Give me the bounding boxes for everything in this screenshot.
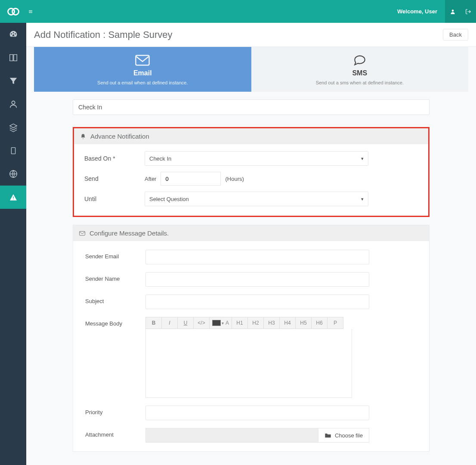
folder-icon [325,432,331,438]
bell-icon [80,133,86,140]
envelope-small-icon [79,231,85,236]
logo-icon [7,7,20,16]
notification-type-tabs: Email Send out a email when at defined i… [34,47,468,92]
speech-icon [352,55,367,66]
logo-area [0,7,26,16]
send-label: Send [84,175,145,182]
svg-rect-4 [11,148,15,154]
nav-surveys[interactable] [0,46,26,69]
message-body-label: Message Body [85,317,145,327]
based-on-label: Based On * [84,155,145,162]
advance-panel-header: Advance Notification [74,128,428,144]
tab-email-title: Email [34,69,251,77]
toolbar-underline[interactable]: U [177,317,194,329]
subject-input[interactable] [145,294,369,309]
toolbar-h4[interactable]: H4 [279,317,296,329]
send-hours-input[interactable] [161,172,221,186]
toolbar-color[interactable]: ▾A [209,317,232,329]
svg-point-1 [12,8,19,15]
tab-sms-sub: Send out a sms when at defined instance. [316,80,404,85]
toolbar-h3[interactable]: H3 [263,317,280,329]
sender-email-label: Sender Email [85,250,145,260]
toolbar-italic[interactable]: I [161,317,178,329]
message-body-editor[interactable] [145,329,352,398]
menu-toggle-button[interactable] [26,9,35,14]
send-suffix: (Hours) [225,176,244,182]
gauge-icon [9,30,18,39]
book-icon [9,53,18,62]
toolbar-h2[interactable]: H2 [247,317,264,329]
configure-panel-header: Configure Message Details. [73,225,429,241]
svg-point-3 [12,101,15,104]
editor-toolbar: B I U </> ▾A H1 H2 H3 H4 H5 H6 [145,317,352,329]
toolbar-p[interactable]: P [327,317,343,329]
layers-icon [9,123,18,132]
toolbar-h6[interactable]: H6 [311,317,328,329]
page-title: Add Notification : Sample Survey [34,29,173,40]
tablet-icon [9,146,18,155]
until-label: Until [84,195,145,202]
nav-users[interactable] [0,93,26,116]
envelope-icon [135,55,150,66]
page-header: Add Notification : Sample Survey Back [26,23,476,47]
svg-rect-6 [136,56,149,65]
notification-name-input[interactable] [73,99,430,115]
top-bar: Welcome, User [0,0,476,23]
tab-email[interactable]: Email Send out a email when at defined i… [34,47,251,92]
nav-tablet[interactable] [0,139,26,162]
sender-email-input[interactable] [145,250,369,264]
svg-rect-7 [80,231,85,235]
logout-button[interactable] [461,0,476,23]
toolbar-h1[interactable]: H1 [232,317,248,329]
tab-email-sub: Send out a email when at defined instanc… [97,80,188,85]
send-prefix: After [145,176,156,182]
filter-icon [9,76,18,86]
user-icon [450,9,456,15]
svg-point-2 [452,9,454,12]
user-menu-button[interactable] [445,0,461,23]
choose-file-button[interactable]: Choose file [318,428,369,443]
nav-dashboard[interactable] [0,23,26,46]
welcome-text: Welcome, User [389,8,445,15]
subject-label: Subject [85,294,145,304]
until-select[interactable]: Select Question [145,192,368,206]
configure-message-panel: Configure Message Details. Sender Email … [73,225,430,452]
advance-notification-panel: Advance Notification Based On * Check In… [73,127,430,217]
nav-settings[interactable] [0,162,26,186]
priority-input[interactable] [145,406,369,420]
person-icon [9,99,18,109]
color-swatch-icon [212,320,221,326]
toolbar-bold[interactable]: B [145,317,162,329]
logout-icon [465,9,471,15]
nav-layers[interactable] [0,116,26,139]
sidebar [0,23,26,465]
toolbar-h5[interactable]: H5 [295,317,312,329]
warning-icon [9,192,18,202]
hamburger-icon [29,9,32,14]
tab-sms-title: SMS [251,69,469,77]
attachment-path [145,428,318,443]
sender-name-label: Sender Name [85,272,145,282]
priority-label: Priority [85,406,145,415]
configure-header-text: Configure Message Details. [90,229,169,237]
back-button[interactable]: Back [443,29,468,40]
topbar-right: Welcome, User [389,0,476,23]
attachment-label: Attachment [85,428,145,438]
toolbar-code[interactable]: </> [193,317,210,329]
advance-header-text: Advance Notification [90,133,149,140]
tab-sms[interactable]: SMS Send out a sms when at defined insta… [251,47,469,92]
main-content: Add Notification : Sample Survey Back Em… [26,23,476,465]
nav-filters[interactable] [0,69,26,93]
based-on-select[interactable]: Check In [145,151,368,166]
globe-icon [9,169,18,179]
sender-name-input[interactable] [145,272,369,287]
nav-notifications[interactable] [0,186,26,209]
